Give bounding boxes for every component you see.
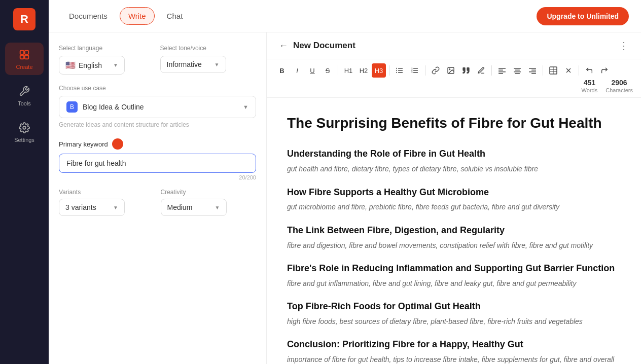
- use-case-select[interactable]: B Blog Idea & Outline ▼: [59, 96, 256, 118]
- section-2-heading: How Fibre Supports a Healthy Gut Microbi…: [287, 185, 621, 200]
- language-tone-section: Select language 🇺🇸 English ▼ Select tone…: [59, 45, 256, 75]
- nav-write[interactable]: Write: [120, 7, 155, 25]
- section-1-keywords: gut health and fibre, dietary fibre, typ…: [287, 163, 621, 174]
- language-group: Select language 🇺🇸 English ▼: [59, 45, 155, 75]
- align-left-button[interactable]: [495, 63, 509, 78]
- quote-button[interactable]: [459, 63, 473, 78]
- words-label: Words: [582, 87, 598, 93]
- image-button[interactable]: [444, 63, 458, 78]
- redo-button[interactable]: [597, 63, 612, 78]
- use-case-icon: B: [66, 101, 78, 113]
- toolbar-divider-5: [543, 65, 543, 76]
- tools-icon: [17, 84, 31, 98]
- strikethrough-button[interactable]: S: [320, 63, 335, 78]
- underline-button[interactable]: U: [305, 63, 319, 78]
- svg-rect-13: [413, 72, 418, 73]
- section-4: Fibre's Role in Reducing Inflammation an…: [287, 261, 621, 289]
- link-button[interactable]: [429, 63, 443, 78]
- section-1-heading: Understanding the Role of Fibre in Gut H…: [287, 147, 621, 161]
- sidebar-item-create-label: Create: [16, 64, 32, 70]
- table-button[interactable]: [546, 63, 560, 78]
- svg-rect-2: [20, 55, 24, 59]
- create-icon: [17, 48, 31, 62]
- creativity-group: Creativity Medium ▼: [161, 189, 257, 216]
- sidebar-item-settings[interactable]: Settings: [5, 116, 44, 148]
- tone-value: Informative: [167, 60, 202, 68]
- h3-button[interactable]: H3: [372, 63, 386, 78]
- use-case-value: Blog Idea & Outline: [83, 103, 144, 111]
- svg-rect-29: [529, 71, 536, 72]
- svg-point-10: [396, 72, 397, 73]
- undo-button[interactable]: [582, 63, 596, 78]
- svg-rect-30: [531, 74, 536, 75]
- svg-rect-23: [514, 68, 521, 69]
- creativity-select[interactable]: Medium ▼: [161, 199, 227, 216]
- document-stats: 451 Words 2906 Characters: [582, 79, 633, 93]
- toolbar-divider-2: [389, 65, 389, 76]
- more-options-button[interactable]: ⋮: [619, 40, 629, 52]
- variants-creativity-row: Variants 3 variants ▼ Creativity Medium …: [59, 189, 256, 216]
- nav-documents[interactable]: Documents: [61, 8, 116, 24]
- section-4-keywords: fibre and gut inflammation, fibre and gu…: [287, 278, 621, 289]
- h1-button[interactable]: H1: [341, 63, 355, 78]
- section-5-heading: Top Fibre-Rich Foods for Optimal Gut Hea…: [287, 299, 621, 314]
- svg-point-4: [23, 126, 26, 129]
- bold-button[interactable]: B: [275, 63, 289, 78]
- back-button[interactable]: ←: [279, 41, 288, 51]
- top-navigation: Documents Write Chat Upgrade to Unlimite…: [49, 0, 641, 32]
- select-row: Select language 🇺🇸 English ▼ Select tone…: [59, 45, 256, 75]
- sidebar-item-tools[interactable]: Tools: [5, 79, 44, 112]
- svg-rect-20: [498, 70, 503, 71]
- variants-chevron-icon: ▼: [113, 205, 118, 210]
- nav-chat[interactable]: Chat: [159, 8, 191, 24]
- svg-text:3.: 3.: [411, 71, 413, 74]
- section-3-keywords: fibre and digestion, fibre and bowel mov…: [287, 240, 621, 251]
- chars-count: 2906: [612, 79, 627, 87]
- section-1: Understanding the Role of Fibre in Gut H…: [287, 147, 621, 174]
- section-5-keywords: high fibre foods, best sources of dietar…: [287, 316, 621, 327]
- use-case-chevron-icon: ▼: [243, 104, 248, 110]
- italic-button[interactable]: I: [290, 63, 304, 78]
- editor-body[interactable]: The Surprising Benefits of Fibre for Gut…: [267, 98, 641, 364]
- sidebar: R Create Tools Settings: [0, 0, 49, 364]
- use-case-hint: Generate ideas and content structure for…: [59, 121, 256, 128]
- section-5: Top Fibre-Rich Foods for Optimal Gut Hea…: [287, 299, 621, 327]
- highlight-button[interactable]: [474, 63, 488, 78]
- unordered-list-button[interactable]: [393, 63, 407, 78]
- language-flag: 🇺🇸: [65, 60, 76, 70]
- language-select[interactable]: 🇺🇸 English ▼: [59, 56, 125, 75]
- sidebar-item-create[interactable]: Create: [5, 43, 44, 75]
- ordered-list-button[interactable]: 1.2.3.: [408, 63, 422, 78]
- svg-rect-1: [25, 51, 28, 54]
- h2-button[interactable]: H2: [357, 63, 371, 78]
- section-6-keywords: importance of fibre for gut health, tips…: [287, 354, 621, 364]
- section-6-heading: Conclusion: Prioritizing Fibre for a Hap…: [287, 337, 621, 352]
- svg-rect-6: [398, 70, 403, 71]
- clear-format-button[interactable]: [561, 63, 576, 78]
- variants-select[interactable]: 3 variants ▼: [59, 199, 125, 216]
- svg-rect-11: [413, 68, 418, 69]
- section-2-keywords: gut microbiome and fibre, prebiotic fibr…: [287, 201, 621, 212]
- chars-label: Characters: [606, 87, 633, 93]
- document-main-title: The Surprising Benefits of Fibre for Gut…: [287, 114, 621, 132]
- align-right-button[interactable]: [525, 63, 540, 78]
- toolbar-divider-6: [579, 65, 579, 76]
- upgrade-button[interactable]: Upgrade to Unlimited: [537, 7, 629, 25]
- toolbar-divider-3: [425, 65, 425, 76]
- svg-point-18: [449, 69, 450, 70]
- language-label: Select language: [59, 45, 155, 52]
- tone-select[interactable]: Informative ▼: [160, 56, 226, 73]
- words-count: 451: [584, 79, 595, 87]
- use-case-section: Choose use case B Blog Idea & Outline ▼ …: [59, 85, 256, 128]
- sidebar-item-settings-label: Settings: [14, 137, 34, 143]
- section-6: Conclusion: Prioritizing Fibre for a Hap…: [287, 337, 621, 364]
- keyword-input[interactable]: [59, 154, 256, 173]
- svg-point-9: [396, 70, 397, 71]
- align-center-button[interactable]: [510, 63, 524, 78]
- keyword-label: Primary keyword: [59, 140, 108, 148]
- editor-header: ← New Document ⋮: [267, 32, 641, 59]
- svg-rect-19: [498, 68, 506, 69]
- svg-point-8: [396, 68, 397, 69]
- keyword-section: Primary keyword 20/200: [59, 138, 256, 180]
- settings-icon: [17, 121, 31, 135]
